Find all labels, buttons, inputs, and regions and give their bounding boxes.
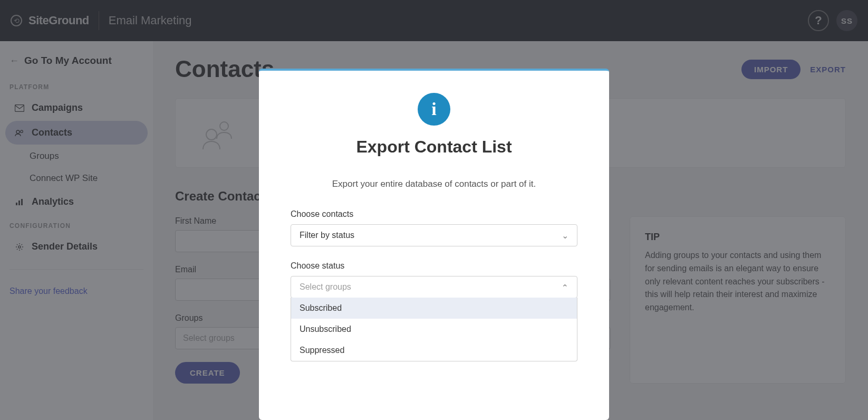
choose-contacts-value: Filter by status xyxy=(300,231,354,240)
option-label: Unsubscribed xyxy=(300,324,351,333)
choose-status-placeholder: Select groups xyxy=(300,282,351,292)
option-label: Subscribed xyxy=(300,303,342,312)
status-dropdown: Subscribed Unsubscribed Suppressed xyxy=(291,298,577,361)
choose-status-select[interactable]: Select groups ⌄ Subscribed Unsubscribed … xyxy=(291,276,577,298)
export-contacts-modal: i Export Contact List Export your entire… xyxy=(259,69,609,420)
choose-contacts-select[interactable]: Filter by status ⌄ xyxy=(291,224,577,246)
chevron-up-icon: ⌄ xyxy=(562,282,568,292)
status-option-unsubscribed[interactable]: Unsubscribed xyxy=(291,319,577,340)
modal-subtitle: Export your entire database of contacts … xyxy=(291,179,577,189)
option-label: Suppressed xyxy=(300,346,344,355)
choose-status-label: Choose status xyxy=(291,261,577,271)
modal-title: Export Contact List xyxy=(291,137,577,157)
status-option-subscribed[interactable]: Subscribed xyxy=(291,298,577,319)
info-icon: i xyxy=(418,93,450,126)
chevron-down-icon: ⌄ xyxy=(562,231,568,241)
modal-overlay[interactable]: i Export Contact List Export your entire… xyxy=(0,0,868,420)
choose-contacts-label: Choose contacts xyxy=(291,209,577,219)
status-option-suppressed[interactable]: Suppressed xyxy=(291,340,577,361)
